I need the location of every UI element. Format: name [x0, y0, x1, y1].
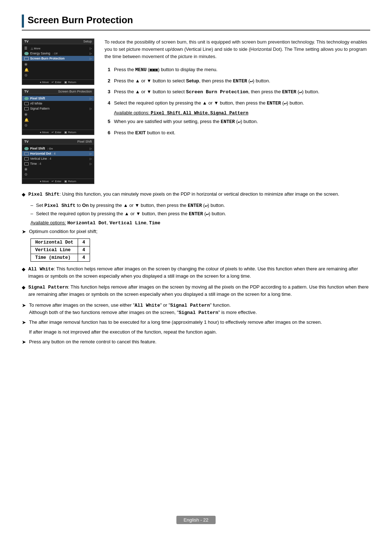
return-label-1: ▣ Return — [64, 81, 76, 84]
arrow-sym-3: ➤ — [22, 319, 26, 326]
vl-icon — [24, 157, 29, 160]
enter-ref-2: ENTER — [189, 211, 203, 217]
sp-text: Signal Pattern — [30, 107, 88, 110]
sub-text-1: Set Pixel Shift to On by pressing the ▲ … — [36, 202, 370, 209]
step-text-5: When you are satisfied with your setting… — [114, 118, 370, 126]
pixel-shift-header-label: Pixel Shift — [77, 140, 92, 143]
note-2-text: The after image removal function has to … — [29, 319, 370, 326]
step-2: 2 Press the ▲ or ▼ button to select Setu… — [105, 77, 370, 85]
more-icon: ☰ — [24, 46, 29, 50]
step-6: 6 Press the EXIT button to exit. — [105, 129, 370, 136]
vl-arrow: ▷ — [90, 157, 92, 160]
ps-text: Pixel Shift — [30, 97, 88, 100]
ao2-time: Time — [149, 220, 160, 226]
step-num-1: 1 — [105, 66, 110, 73]
bullet-all-white: ◆ All White: This function helps remove … — [22, 265, 370, 280]
allwhite-ref: All White — [135, 303, 160, 308]
icon-circle-2: ◉ — [24, 112, 28, 116]
hd-icon — [24, 152, 29, 155]
step-text-3: Press the ▲ or ▼ button to select Screen… — [114, 88, 370, 96]
time-arrow: ▷ — [90, 162, 92, 166]
table-cell-time-label: Time (minute) — [31, 254, 78, 261]
sub-bullet-2: – Select the required option by pressing… — [30, 210, 370, 218]
icon-bell-2: 🔔 — [24, 118, 29, 122]
diamond-3: ◆ — [22, 284, 25, 291]
enter-ref-1: ENTER — [188, 203, 202, 208]
tv-screen-1: TV Setup ☰ △ More ▷ Energy Saving : Off … — [22, 38, 94, 85]
tv-body-1: ☰ △ More ▷ Energy Saving : Off ▷ Screen … — [22, 44, 94, 78]
pixel-shift-table: Horizontal Dot 4 Vertical Line 4 Time (m… — [30, 238, 90, 262]
hd-text: Horizontal Dot : 4 — [30, 152, 88, 155]
sp-ref-note: Signal Pattern — [179, 310, 218, 315]
ao1-signal: Signal Pattern — [210, 111, 248, 116]
page-footer: English - 22 — [0, 516, 392, 524]
sp-arrow: ▷ — [90, 107, 92, 110]
table-cell-hd-value: 4 — [78, 238, 90, 246]
sbp-header-label: Screen Burn Protection — [58, 90, 92, 93]
ao2-vert: Vertical Line — [110, 220, 146, 226]
vl-text: Vertical Line : 4 — [30, 157, 88, 160]
move-label-1: ♦ Move — [40, 81, 49, 84]
tv-footer-1: ♦ Move ↵ Enter ▣ Return — [22, 79, 94, 85]
icon-gear-2: ⚙ — [24, 123, 28, 127]
tv-icon-row-1: ◉ — [22, 61, 94, 67]
note-1-text: To remove after images on the screen, us… — [29, 302, 370, 316]
bullet-pixel-shift: ◆ Pixel Shift: Using this function, you … — [22, 191, 370, 198]
note-3-text: If after image is not improved after the… — [29, 328, 370, 336]
dash-2: – — [30, 210, 33, 218]
step-num-2: 2 — [105, 77, 110, 85]
ao1-underline: Available options: — [114, 110, 150, 115]
sub-bullet-1: – Set Pixel Shift to On by pressing the … — [30, 202, 370, 209]
aw-label: All White — [28, 266, 54, 272]
ps-on-text: Pixel Shift : On — [30, 147, 88, 150]
step-num-5: 5 — [105, 118, 110, 125]
time-icon — [24, 162, 29, 166]
page-title: Screen Burn Protection — [28, 15, 133, 26]
tv-ps-on: Pixel Shift : On ▷ — [22, 146, 94, 151]
arrow-sym-5: ➤ — [22, 338, 26, 346]
instructions-column: To reduce the possibility of screen burn… — [105, 38, 370, 184]
table-cell-hd-label: Horizontal Dot — [31, 238, 78, 246]
tv-horiz-dot: Horizontal Dot : 4 ▷ — [22, 151, 94, 156]
arrow-sym-2: ➤ — [22, 302, 26, 309]
table-row-hd: Horizontal Dot 4 — [31, 238, 90, 246]
sbp-icon — [24, 57, 29, 60]
step-num-4: 4 — [105, 99, 110, 107]
step-3: 3 Press the ▲ or ▼ button to select Scre… — [105, 88, 370, 96]
ps-on-arrow: ▷ — [90, 147, 92, 150]
table-cell-vl-label: Vertical Line — [31, 246, 78, 254]
footer-badge: English - 22 — [176, 516, 216, 524]
energy-value: : Off — [50, 52, 57, 55]
page-container: Screen Burn Protection TV Setup ☰ △ More… — [0, 0, 392, 535]
available-options-2-wrapper: Available options: Horizontal Dot, Verti… — [30, 220, 370, 226]
step-list: 1 Press the MENU (▣▣▣) button to display… — [105, 66, 370, 107]
ps-ref-1: Pixel Shift — [44, 203, 75, 208]
tv-signal-pattern: Signal Pattern ▷ — [22, 106, 94, 111]
tv-vert-line: Vertical Line : 4 ▷ — [22, 156, 94, 161]
dash-1: – — [30, 202, 33, 209]
diamond-2: ◆ — [22, 266, 25, 273]
ps-label: Pixel Shift — [28, 192, 60, 197]
more-arrow: ▷ — [90, 47, 92, 50]
optimum-text: Optimum condition for pixel shift; — [29, 228, 370, 235]
ps-arrow: ▷ — [90, 97, 92, 100]
tv-icon-row2-1: ◉ — [22, 111, 94, 117]
sbp-arrow: ▷ — [90, 57, 92, 60]
sbp-text: Screen Burn Protection — [30, 57, 88, 60]
main-content: TV Setup ☰ △ More ▷ Energy Saving : Off … — [22, 38, 370, 184]
tv-footer-3: ♦ Move ↵ Enter ▣ Return — [22, 179, 94, 184]
tv-icon-row3-1: ◉ — [22, 166, 94, 172]
aw-bullet-text: All White: This function helps remove af… — [28, 265, 370, 280]
move-label-3: ♦ Move — [40, 180, 49, 183]
tv-label-3: TV — [24, 140, 29, 143]
tv-header-2: TV Screen Burn Protection — [22, 89, 94, 94]
tv-icon-row2-3: ⚙ — [22, 123, 94, 128]
return-label-2: ▣ Return — [64, 131, 76, 134]
tv-time: Time : 4 ▷ — [22, 161, 94, 166]
table-cell-vl-value: 4 — [78, 246, 90, 254]
ao1-values: Pixel Shift — [151, 111, 181, 116]
tv-all-white: All White — [22, 101, 94, 106]
enter-label-1: ↵ Enter — [52, 81, 61, 84]
icon-circle: ◉ — [24, 62, 28, 66]
energy-arrow: ▷ — [90, 52, 92, 55]
